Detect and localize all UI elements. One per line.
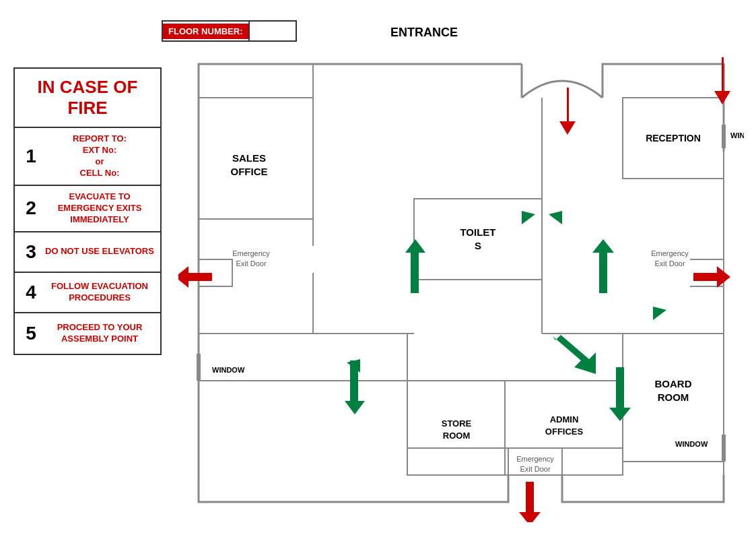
svg-marker-35: [549, 211, 596, 224]
svg-text:RECEPTION: RECEPTION: [646, 133, 701, 144]
svg-text:Exit Door: Exit Door: [236, 259, 267, 268]
svg-text:WINDOW: WINDOW: [675, 440, 708, 448]
svg-text:Emergency: Emergency: [232, 249, 270, 257]
svg-text:Emergency: Emergency: [516, 455, 554, 463]
svg-text:TOILET: TOILET: [460, 226, 495, 238]
svg-marker-34: [488, 211, 535, 224]
svg-marker-37: [592, 239, 614, 293]
svg-marker-31: [693, 266, 730, 288]
panel-item-4: 4 FOLLOW EVACUATION PROCEDURES: [15, 273, 160, 313]
instruction-panel: IN CASE OF FIRE 1 REPORT TO:EXT No:orCEL…: [13, 67, 162, 355]
entrance-label: ENTRANCE: [390, 26, 458, 40]
svg-marker-32: [519, 482, 541, 522]
svg-text:ROOM: ROOM: [658, 391, 689, 403]
svg-text:OFFICES: OFFICES: [545, 427, 584, 437]
svg-text:ADMIN: ADMIN: [550, 414, 579, 424]
svg-marker-36: [405, 239, 425, 293]
svg-marker-30: [178, 266, 212, 288]
svg-text:SALES: SALES: [232, 152, 266, 164]
svg-text:WINDOW: WINDOW: [730, 131, 744, 139]
floor-label: FLOOR NUMBER:: [163, 24, 248, 39]
svg-marker-38: [619, 307, 666, 320]
svg-text:Emergency: Emergency: [651, 249, 689, 257]
svg-text:WINDOW: WINDOW: [212, 366, 245, 374]
svg-rect-0: [414, 199, 542, 280]
panel-item-5: 5 PROCEED TO YOUR ASSEMBLY POINT: [15, 313, 160, 354]
svg-text:ROOM: ROOM: [443, 431, 470, 441]
floor-plan: SALES OFFICE TOILET S RECEPTION BOARD RO…: [178, 44, 744, 522]
floor-number-box: FLOOR NUMBER:: [162, 20, 297, 42]
panel-header: IN CASE OF FIRE: [15, 69, 160, 128]
svg-text:Exit Door: Exit Door: [654, 259, 685, 268]
svg-marker-33: [724, 472, 744, 485]
panel-item-3: 3 DO NOT USE ELEVATORS: [15, 232, 160, 273]
svg-text:STORE: STORE: [442, 418, 472, 429]
svg-text:S: S: [475, 240, 481, 251]
panel-item-2: 2 EVACUATE TO EMERGENCY EXITS IMMEDIATEL…: [15, 186, 160, 232]
floor-value: [248, 22, 296, 40]
svg-marker-39: [553, 335, 596, 374]
panel-item-1: 1 REPORT TO:EXT No:orCELL No:: [15, 128, 160, 186]
svg-text:BOARD: BOARD: [655, 378, 692, 389]
svg-text:Exit Door: Exit Door: [520, 465, 551, 473]
svg-marker-28: [559, 88, 576, 135]
svg-text:OFFICE: OFFICE: [231, 166, 268, 177]
svg-marker-41: [345, 360, 365, 414]
svg-marker-42: [609, 367, 631, 421]
